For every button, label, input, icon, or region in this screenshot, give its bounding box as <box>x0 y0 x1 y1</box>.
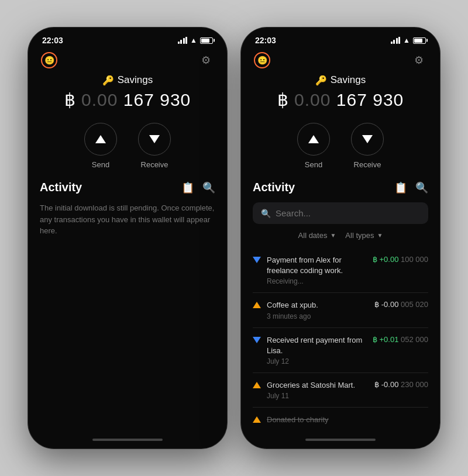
tx-sub-4: July 11 <box>267 392 369 400</box>
activity-title-1: Activity <box>40 181 82 194</box>
filter-types-btn[interactable]: All types ▼ <box>345 231 383 240</box>
receive-circle-1 <box>138 123 171 156</box>
balance-2: ฿ 0.00 167 930 <box>241 89 440 110</box>
activity-icons-2: 📋 🔍 <box>394 181 428 194</box>
receive-arrow-icon-2 <box>362 135 373 143</box>
activity-section-2: Activity 📋 🔍 🔍 All dates ▼ <box>241 181 440 431</box>
wifi-icon-1: ▲ <box>190 36 197 44</box>
time-1: 22:03 <box>42 36 63 45</box>
tx-desc-1: Payment from Alex for freelance coding w… <box>267 255 367 276</box>
avatar-btn-1[interactable]: 😐 <box>40 51 58 70</box>
signal-icon-2 <box>391 37 401 44</box>
action-row-2: Send Receive <box>241 123 440 169</box>
balance-1: ฿ 0.00 167 930 <box>28 89 227 110</box>
balance-main-2: 167 930 <box>331 90 404 109</box>
battery-icon-2 <box>413 37 426 44</box>
table-row[interactable]: Donated to charity <box>253 408 428 431</box>
balance-dim-2: 0.00 <box>294 90 331 109</box>
search-magnifier: 🔍 <box>261 209 271 218</box>
table-row[interactable]: Groceries at Satoshi Mart. July 11 ฿ -0.… <box>253 373 428 408</box>
search-input[interactable] <box>276 208 420 218</box>
key-icon-2: 🔑 <box>315 75 327 86</box>
send-label-1: Send <box>92 160 109 169</box>
status-bar-1: 22:03 ▲ <box>28 27 227 45</box>
tx-info-4: Groceries at Satoshi Mart. July 11 <box>267 380 369 400</box>
receive-arrow-icon-tx1 <box>253 257 261 265</box>
tx-info-2: Coffee at xpub. 3 minutes ago <box>267 300 369 320</box>
send-arrow-icon-tx4 <box>253 382 261 390</box>
tx-info-5: Donated to charity <box>267 415 422 425</box>
header-2: 😐 ⚙ <box>241 45 440 70</box>
home-bar-1 <box>92 439 163 441</box>
receive-arrow-icon-tx3 <box>253 337 261 345</box>
doc-icon-2[interactable]: 📋 <box>394 181 407 194</box>
filter-row: All dates ▼ All types ▼ <box>253 231 428 240</box>
receive-btn-2[interactable]: Receive <box>351 123 384 169</box>
tx-desc-3: Received rent payment from Lisa. <box>267 335 367 356</box>
wallet-title-2: 🔑 Savings <box>241 74 440 86</box>
wifi-icon-2: ▲ <box>403 36 410 44</box>
status-icons-1: ▲ <box>178 36 213 44</box>
send-arrow-icon-1 <box>95 135 106 143</box>
screen-container: 22:03 ▲ 😐 <box>11 10 457 466</box>
table-row[interactable]: Received rent payment from Lisa. July 12… <box>253 328 428 373</box>
wallet-name-2: Savings <box>331 74 366 86</box>
face-icon-1: 😐 <box>41 52 57 68</box>
doc-icon-1[interactable]: 📋 <box>181 181 194 194</box>
balance-dim-1: 0.00 <box>81 90 118 109</box>
tx-info-3: Received rent payment from Lisa. July 12 <box>267 335 367 365</box>
tx-desc-2: Coffee at xpub. <box>267 300 369 311</box>
settings-btn-2[interactable]: ⚙ <box>410 51 428 70</box>
tx-amount-2: ฿ -0.00 005 020 <box>374 300 428 309</box>
action-row-1: Send Receive <box>28 123 227 169</box>
gear-icon-1: ⚙ <box>201 54 211 67</box>
receive-btn-1[interactable]: Receive <box>138 123 171 169</box>
table-row[interactable]: Coffee at xpub. 3 minutes ago ฿ -0.00 00… <box>253 293 428 327</box>
key-icon-1: 🔑 <box>102 75 114 86</box>
gear-icon-2: ⚙ <box>414 54 424 67</box>
tx-amount-4: ฿ -0.00 230 000 <box>374 380 428 389</box>
activity-title-2: Activity <box>253 181 295 194</box>
activity-header-2: Activity 📋 🔍 <box>253 181 428 194</box>
receive-label-2: Receive <box>354 160 381 169</box>
tx-sub-1: Receiving... <box>267 277 367 285</box>
send-arrow-icon-tx2 <box>253 302 261 310</box>
home-indicator-1 <box>28 431 227 449</box>
filter-dates-btn[interactable]: All dates ▼ <box>298 231 336 240</box>
balance-main-1: 167 930 <box>118 90 191 109</box>
battery-icon-1 <box>200 37 213 44</box>
activity-icons-1: 📋 🔍 <box>181 181 215 194</box>
settings-btn-1[interactable]: ⚙ <box>197 51 215 70</box>
balance-prefix-1: ฿ <box>64 90 81 109</box>
status-icons-2: ▲ <box>391 36 426 44</box>
tx-info-1: Payment from Alex for freelance coding w… <box>267 255 367 285</box>
send-btn-2[interactable]: Send <box>297 123 330 169</box>
filter-dates-chevron: ▼ <box>330 232 336 239</box>
filter-dates-label: All dates <box>298 231 328 240</box>
tx-sub-2: 3 minutes ago <box>267 312 369 320</box>
send-btn-1[interactable]: Send <box>84 123 117 169</box>
avatar-btn-2[interactable]: 😐 <box>253 51 271 70</box>
balance-prefix-2: ฿ <box>277 90 294 109</box>
receive-arrow-icon-1 <box>149 135 160 143</box>
wallet-title-1: 🔑 Savings <box>28 74 227 86</box>
activity-section-1: Activity 📋 🔍 The initial download is sti… <box>28 181 227 431</box>
header-1: 😐 ⚙ <box>28 45 227 70</box>
filter-types-chevron: ▼ <box>377 232 383 239</box>
tx-sub-3: July 12 <box>267 357 367 365</box>
time-2: 22:03 <box>255 36 276 45</box>
search-icon-1[interactable]: 🔍 <box>202 181 215 194</box>
activity-header-1: Activity 📋 🔍 <box>40 181 215 194</box>
home-bar-2 <box>305 439 376 441</box>
search-icon-2[interactable]: 🔍 <box>415 181 428 194</box>
table-row[interactable]: Payment from Alex for freelance coding w… <box>253 248 428 293</box>
transaction-list: Payment from Alex for freelance coding w… <box>253 248 428 431</box>
home-indicator-2 <box>241 431 440 449</box>
status-bar-2: 22:03 ▲ <box>241 27 440 45</box>
pending-text-1: The initial download is still pending. O… <box>40 202 215 237</box>
send-arrow-icon-tx5 <box>253 416 261 425</box>
wallet-name-1: Savings <box>118 74 153 86</box>
search-bar[interactable]: 🔍 <box>253 202 428 224</box>
tx-amount-1: ฿ +0.00 100 000 <box>373 255 428 264</box>
face-icon-2: 😐 <box>254 52 270 68</box>
